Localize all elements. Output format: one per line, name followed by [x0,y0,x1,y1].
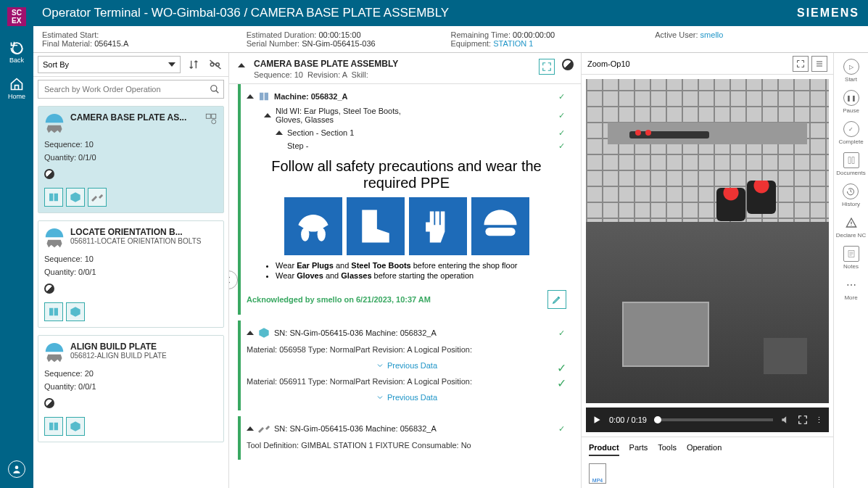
fullscreen-button[interactable] [539,59,555,75]
ack-text: Acknowledged by smello on 6/21/2023, 10:… [247,295,547,304]
declare-nc-button[interactable]: Declare NC [836,215,866,239]
history-button[interactable]: History [842,183,860,207]
list-view-button[interactable] [811,56,827,72]
edit-button[interactable] [547,290,566,309]
more-button[interactable]: ⋯More [843,277,859,301]
nav-home[interactable]: Home [8,77,25,100]
op-subtitle: 056811-LOCATE ORIENTATION BOLTS [70,237,218,245]
search-button[interactable] [206,80,223,98]
status-indicator [44,284,54,294]
wi-scroll[interactable]: Machine: 056832_A✓ Nld WI: Ear Plugs, St… [229,84,581,488]
video-menu-icon[interactable]: ⋮ [815,415,823,425]
complete-button[interactable]: ✓Complete [838,121,863,145]
status-indicator [562,59,574,70]
equip-link[interactable]: STATION 1 [493,39,533,48]
toggle-icon[interactable] [247,94,254,99]
play-icon: ▷ [843,59,859,75]
tab-product[interactable]: Product [589,440,619,456]
brand-logo: SIEMENS [797,7,859,20]
config-icon[interactable] [204,112,218,125]
toggle-icon[interactable] [264,113,271,117]
operation-card[interactable]: CAMERA BASE PLATE AS...Sequence: 10Quant… [38,106,224,213]
op-quantity: Quantity: 0/0/1 [44,382,218,391]
home-icon [9,77,24,91]
svg-point-3 [211,86,217,91]
3d-viewer[interactable] [586,79,829,403]
search-icon [210,84,220,94]
sidebar: Sort By CAMERA BASE PLATE AS...Sequence:… [33,53,229,488]
sort-dir-button[interactable] [185,56,202,73]
pause-button[interactable]: ❚❚Pause [843,90,859,114]
svg-point-0 [15,466,19,469]
svg-point-6 [212,120,216,124]
start-button[interactable]: ▷Start [843,59,859,83]
video-controls: 0:00 / 0:19 ⋮ [586,408,829,432]
previous-data-link[interactable]: Previous Data [247,358,566,373]
sort-dropdown[interactable]: Sort By [38,56,181,73]
filter-button[interactable] [207,56,224,73]
op-sequence: Sequence: 20 [44,369,218,378]
page-title: Operator Terminal - WO-Gimbal-036 / CAME… [42,6,449,20]
collapse-icon[interactable] [238,63,245,67]
volume-icon[interactable] [780,415,790,425]
documents-button[interactable]: Documents [836,152,865,176]
toggle-icon[interactable] [247,426,254,431]
safety-heading: Follow all safety precautions and wear t… [268,158,545,191]
op-title: LOCATE ORIENTATION B... [70,227,218,237]
safety-bullets: Wear Ear Plugs and Steel Toe Boots befor… [276,261,566,280]
op-quantity: Quantity: 0/0/1 [44,268,218,276]
op-action-button[interactable] [44,302,63,321]
right-pane: Zoom-Op10 [581,53,833,488]
search-input[interactable] [38,85,206,94]
op-action-button[interactable] [66,417,85,436]
user-link[interactable]: smello [700,30,724,39]
tab-operation[interactable]: Operation [687,440,722,456]
tool-def-row: Tool Definition: GIMBAL STATION 1 FIXTUR… [247,437,566,454]
check-icon: ✓ [558,424,565,434]
tab-parts[interactable]: Parts [629,440,648,456]
chevron-down-icon [376,393,384,402]
nav-back[interactable]: Back [9,41,24,64]
op-action-button[interactable] [44,188,63,207]
expand-view-button[interactable] [793,56,809,72]
op-action-button[interactable] [44,417,63,436]
previous-data-link[interactable]: Previous Data [247,390,566,405]
notes-button[interactable]: Notes [843,246,859,270]
history-icon [843,183,859,199]
tab-tools[interactable]: Tools [658,440,677,456]
op-action-button[interactable] [88,188,107,207]
material-row: Material: 056911 Type: NormalPart Revisi… [247,373,566,390]
est-start-label: Estimated Start: [42,30,99,39]
hardhat-icon [44,112,65,136]
op-action-button[interactable] [66,188,85,207]
ppe-boots-icon [347,197,405,255]
columns: Sort By CAMERA BASE PLATE AS...Sequence:… [33,53,868,488]
operation-card[interactable]: ALIGN BUILD PLATE056812-ALIGN BUILD PLAT… [38,335,224,442]
op-subtitle: 056812-ALIGN BUILD PLATE [70,352,218,360]
est-dur-value: 00:00:15:00 [318,30,360,39]
check-icon: ✓ [558,111,565,120]
ppe-earplugs-icon [284,197,342,255]
fullscreen-icon[interactable] [798,415,808,425]
main-region: Operator Terminal - WO-Gimbal-036 / CAME… [33,0,868,488]
toggle-icon[interactable] [247,331,254,335]
toggle-icon[interactable] [276,131,283,135]
user-avatar[interactable] [8,460,25,478]
chevron-down-icon [376,361,384,370]
center-pane: CAMERA BASE PLATE ASSEMBLY Sequence: 10 … [229,53,581,488]
file-attachment[interactable]: MP4 [589,463,606,484]
op-action-button[interactable] [66,302,85,321]
nav-rail: SCEX Back Home [0,0,33,488]
back-icon [9,41,24,55]
remain-label: Remaining Time: [451,30,511,39]
play-icon[interactable] [592,415,602,425]
operation-card[interactable]: LOCATE ORIENTATION B...056811-LOCATE ORI… [38,220,224,328]
final-mat-value: 056415.A [94,39,128,48]
chevron-down-icon [168,62,175,67]
action-rail: ▷Start ❚❚Pause ✓Complete Documents Histo… [833,53,868,488]
notes-icon [843,246,859,262]
op-sequence: Sequence: 10 [44,140,218,149]
svg-rect-9 [485,228,515,236]
video-progress[interactable] [654,418,773,421]
check-icon: ✓ [558,92,565,102]
